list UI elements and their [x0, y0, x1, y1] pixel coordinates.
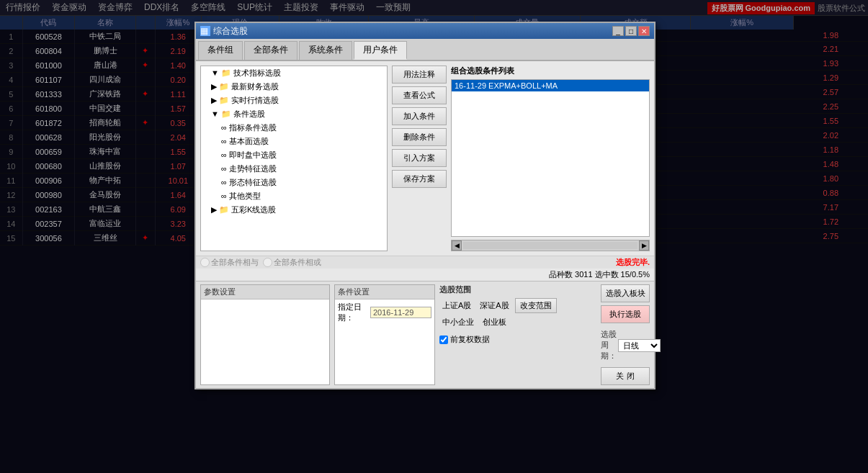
tree-item[interactable]: ∞ 其他类型 — [201, 189, 387, 203]
selection-markets-2: 中小企业 创业板 — [439, 316, 596, 328]
dialog-close-btn[interactable]: ✕ — [638, 26, 650, 36]
dialog-tabs: 条件组 全部条件 系统条件 用户条件 — [196, 39, 654, 61]
tree-item[interactable]: ∞ 走势特征选股 — [201, 162, 387, 176]
close-btn[interactable]: 关 闭 — [601, 367, 650, 385]
dialog-title: 综合选股 — [213, 25, 248, 37]
radio-all-and-label: 全部条件相与 — [200, 257, 259, 268]
fuquan-text: 前复权数据 — [450, 334, 490, 345]
dialog-title-area: ▦ 综合选股 — [200, 25, 248, 37]
radio-all-or[interactable] — [263, 258, 272, 267]
scroll-track — [463, 242, 637, 249]
selection-markets: 上证A股 深证A股 改变范围 — [439, 298, 596, 313]
tab-condition-group[interactable]: 条件组 — [198, 41, 243, 60]
selection-box: 选股范围 上证A股 深证A股 改变范围 中小企业 创业板 前复权数据 — [439, 284, 596, 385]
condition-list-item[interactable]: 16-11-29 EXPMA+BOLL+MA — [452, 80, 649, 91]
tree-item[interactable]: ∞ 指标条件选股 — [201, 121, 387, 135]
dialog-bottom: 参数设置 条件设置 指定日期： 选股范围 上证A股 深证A股 改变范围 — [196, 281, 654, 388]
tree-item[interactable]: ▼ 📁 技术指标选股 — [201, 66, 387, 80]
dialog-controls: _ □ ✕ — [612, 26, 650, 36]
radio-all-or-label: 全部条件相或 — [263, 257, 321, 268]
condition-tree[interactable]: ▼ 📁 技术指标选股▶ 📁 最新财务选股▶ 📁 实时行情选股▼ 📁 条件选股 ∞… — [200, 66, 388, 251]
tree-item[interactable]: ▶ 📁 实时行情选股 — [201, 94, 387, 107]
conditions-box: 条件设置 指定日期： — [334, 284, 435, 385]
change-range-btn[interactable]: 改变范围 — [515, 298, 557, 313]
view-formula-btn[interactable]: 查看公式 — [392, 86, 447, 104]
stock-selection-dialog: ▦ 综合选股 _ □ ✕ 条件组 全部条件 系统条件 用户条件 ▼ 📁 技术指标… — [194, 22, 656, 389]
add-condition-btn[interactable]: 加入条件 — [392, 107, 447, 125]
remove-condition-btn[interactable]: 删除条件 — [392, 128, 447, 146]
tree-item[interactable]: ▶ 📁 五彩K线选股 — [201, 203, 387, 217]
date-input[interactable] — [370, 307, 431, 318]
save-plan-btn[interactable]: 保存方案 — [392, 170, 447, 188]
selection-box-label: 选股范围 — [439, 284, 596, 295]
tree-item[interactable]: ∞ 形态特征选股 — [201, 176, 387, 189]
stats-row: 全部条件相与 全部条件相或 选股完毕. — [196, 256, 654, 269]
usage-note-btn[interactable]: 用法注释 — [392, 66, 447, 84]
select-to-block-btn[interactable]: 选股入板块 — [601, 284, 650, 302]
dialog-maximize-btn[interactable]: □ — [625, 26, 637, 36]
tree-item[interactable]: ▼ 📁 条件选股 — [201, 107, 387, 121]
scroll-right-btn[interactable]: ▶ — [639, 240, 649, 251]
tab-user-conditions[interactable]: 用户条件 — [354, 41, 407, 60]
radio-area: 全部条件相与 全部条件相或 — [200, 257, 321, 268]
dialog-body: ▼ 📁 技术指标选股▶ 📁 最新财务选股▶ 📁 实时行情选股▼ 📁 条件选股 ∞… — [196, 61, 654, 256]
fuquan-checkbox[interactable] — [439, 335, 448, 344]
market-cyb: 创业板 — [480, 316, 509, 328]
params-box-label: 参数设置 — [201, 285, 329, 299]
condition-hscroll[interactable]: ◀ ▶ — [451, 240, 650, 251]
buttons-panel: 用法注释 查看公式 加入条件 删除条件 引入方案 保存方案 — [392, 66, 447, 251]
import-plan-btn[interactable]: 引入方案 — [392, 149, 447, 167]
condition-list-label: 组合选股条件列表 — [451, 66, 650, 76]
period-select[interactable]: 日线周线月线分钟线 — [618, 339, 661, 352]
stats-count: 品种数 3011 选中数 15/0.5% — [196, 269, 654, 281]
period-label: 选股周期： — [601, 329, 617, 361]
tab-system-conditions[interactable]: 系统条件 — [299, 41, 352, 60]
market-sme: 中小企业 — [439, 316, 477, 328]
tree-item[interactable]: ∞ 即时盘中选股 — [201, 148, 387, 162]
conditions-box-label: 条件设置 — [335, 285, 434, 299]
dialog-overlay: ▦ 综合选股 _ □ ✕ 条件组 全部条件 系统条件 用户条件 ▼ 📁 技术指标… — [0, 0, 868, 473]
tab-all-conditions[interactable]: 全部条件 — [244, 41, 297, 60]
execute-select-btn[interactable]: 执行选股 — [601, 305, 650, 323]
dialog-titlebar: ▦ 综合选股 _ □ ✕ — [196, 23, 654, 39]
date-label: 指定日期： — [338, 302, 367, 323]
params-box: 参数设置 — [200, 284, 330, 385]
date-row: 指定日期： — [335, 299, 434, 325]
radio-all-and[interactable] — [200, 258, 210, 267]
period-row: 选股周期： 日线周线月线分钟线 — [601, 329, 650, 361]
tree-item[interactable]: ▶ 📁 最新财务选股 — [201, 80, 387, 94]
dialog-minimize-btn[interactable]: _ — [612, 26, 624, 36]
action-buttons: 选股入板块 执行选股 选股周期： 日线周线月线分钟线 关 闭 — [601, 284, 650, 385]
market-shenzha: 上证A股 — [439, 299, 474, 312]
condition-list[interactable]: 16-11-29 EXPMA+BOLL+MA — [451, 79, 650, 237]
dialog-icon: ▦ — [200, 26, 210, 36]
fuquan-label: 前复权数据 — [439, 334, 596, 345]
market-shenzha2: 深证A股 — [477, 299, 511, 312]
select-complete-status: 选股完毕. — [616, 257, 650, 268]
checkbox-area: 前复权数据 — [439, 334, 596, 345]
tree-item[interactable]: ∞ 基本面选股 — [201, 135, 387, 148]
condition-list-panel: 组合选股条件列表 16-11-29 EXPMA+BOLL+MA ◀ ▶ — [451, 66, 650, 251]
scroll-left-btn[interactable]: ◀ — [452, 240, 462, 251]
